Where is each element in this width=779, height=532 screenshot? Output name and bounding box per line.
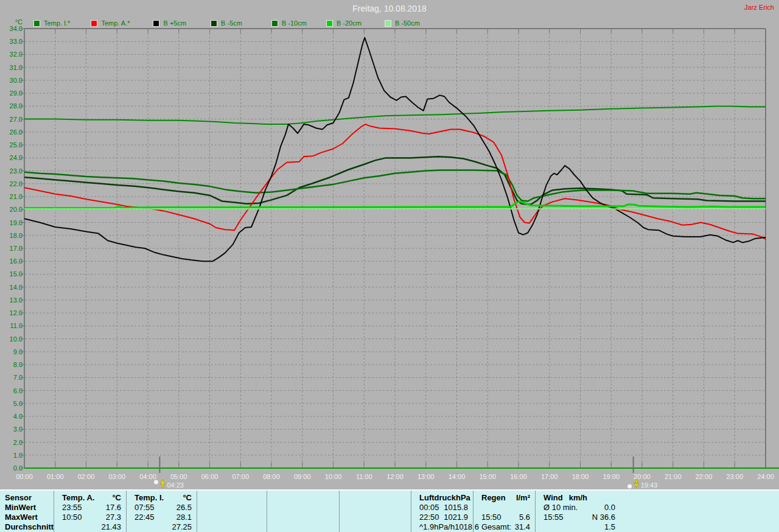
x-tick-label: 11:00 xyxy=(356,473,372,480)
table-section-header: Regenl/m² xyxy=(473,493,535,503)
cell-right: 27.3 xyxy=(82,513,121,522)
y-tick-label: 8.0 xyxy=(13,361,23,368)
table-row: 10:5027.3 xyxy=(54,513,126,522)
table-row: 1.5 xyxy=(536,522,620,532)
y-tick-label: 2.0 xyxy=(13,439,23,446)
y-tick-label: 19.0 xyxy=(10,219,23,226)
cell-right xyxy=(205,513,262,522)
y-tick-label: 13.0 xyxy=(10,296,23,304)
y-tick-label: 0.0 xyxy=(13,464,23,472)
table-row: 15:55N 36.6 xyxy=(536,513,620,522)
table-row xyxy=(267,503,339,513)
table-row xyxy=(340,522,411,532)
x-tick-label: 23:00 xyxy=(726,473,743,480)
cell-right: 1021.9 xyxy=(439,513,468,522)
table-row-labels: SensorMinWertMaxWertDurchschnitt xyxy=(0,491,54,532)
x-tick-label: 01:00 xyxy=(47,473,64,480)
cell-left: Wind xyxy=(543,493,563,503)
table-row: 07:5526.5 xyxy=(127,503,197,513)
table-row: 00:051015.8 xyxy=(411,503,473,513)
table-section-regen: Regenl/m²15:505.6Gesamt:31.4 xyxy=(473,491,535,532)
x-tick-label: 16:00 xyxy=(510,473,527,480)
weather-app-window: Freitag, 10.08.2018 Jarz Erich Temp. I.*… xyxy=(0,0,779,532)
y-tick-label: 4.0 xyxy=(13,413,23,420)
y-tick-label: 27.0 xyxy=(10,116,23,123)
table-row: Gesamt:31.4 xyxy=(473,522,535,532)
x-tick-label: 21:00 xyxy=(665,473,682,480)
y-tick-label: 18.0 xyxy=(10,232,23,239)
cell-right xyxy=(348,513,406,522)
cell-right xyxy=(348,503,406,513)
table-row xyxy=(197,503,267,513)
cell-left: Temp. A. xyxy=(62,493,94,503)
cell-right xyxy=(205,503,262,513)
table-section-header: Temp. A.°C xyxy=(54,493,126,503)
cell-left: Ø 10 min. xyxy=(543,503,578,513)
table-row-label: MinWert xyxy=(0,503,54,513)
cell-left: Temp. I. xyxy=(134,493,164,503)
y-tick-label: 15.0 xyxy=(10,270,23,278)
cell-left: 10:50 xyxy=(62,513,82,522)
x-tick-label: 14:00 xyxy=(449,473,466,480)
x-tick-label: 20:00 xyxy=(634,473,651,480)
cell-right: 28.1 xyxy=(155,513,192,522)
x-tick-label: 06:00 xyxy=(201,473,218,480)
y-tick-label: 30.0 xyxy=(10,77,23,84)
table-section-header: LuftdruckhPa xyxy=(411,493,473,503)
statistics-table: SensorMinWertMaxWertDurchschnitt Temp. A… xyxy=(0,491,779,532)
cell-left: ^1.9hPa/h xyxy=(419,522,455,532)
y-tick-label: 6.0 xyxy=(13,387,23,394)
table-row-label: MaxWert xyxy=(0,513,54,522)
x-tick-label: 24:00 xyxy=(757,473,774,480)
y-tick-label: 34.0 xyxy=(10,25,23,32)
y-tick-label: 33.0 xyxy=(10,38,23,45)
cell-right: °C xyxy=(164,493,192,503)
y-tick-label: 32.0 xyxy=(10,51,23,58)
x-tick-label: 12:00 xyxy=(386,473,403,480)
cell-right: 5.6 xyxy=(501,513,530,522)
cell-right: 0.0 xyxy=(578,503,615,513)
y-tick-label: 28.0 xyxy=(10,102,23,110)
table-row: 22:4528.1 xyxy=(127,513,197,522)
table-row: ^1.9hPa/h1018.6 xyxy=(411,522,473,532)
x-tick-label: 15:00 xyxy=(479,473,496,480)
cell-right xyxy=(205,493,262,503)
x-tick-label: 19:00 xyxy=(603,473,620,480)
table-row xyxy=(197,522,267,532)
y-tick-label: 31.0 xyxy=(10,64,23,71)
cell-left: 00:05 xyxy=(419,503,439,513)
cell-right: 27.25 xyxy=(134,522,192,532)
y-tick-label: 21.0 xyxy=(10,193,23,200)
table-row-label: Sensor xyxy=(0,493,54,503)
x-tick-label: 09:00 xyxy=(294,473,311,480)
cell-right: 17.6 xyxy=(82,503,121,513)
table-row: 27.25 xyxy=(127,522,197,532)
series-line-tempa xyxy=(24,124,766,239)
y-tick-label: 7.0 xyxy=(13,374,23,381)
table-row xyxy=(197,513,267,522)
table-section-header xyxy=(197,493,267,503)
cell-left: 07:55 xyxy=(134,503,155,513)
table-row xyxy=(267,513,339,522)
table-section-empty-2 xyxy=(267,491,339,532)
x-tick-label: 03:00 xyxy=(108,473,125,480)
y-tick-label: 23.0 xyxy=(10,167,23,175)
table-row: Ø 10 min.0.0 xyxy=(536,503,620,513)
cell-left: 15:50 xyxy=(481,513,501,522)
cell-right: km/h xyxy=(563,493,615,503)
cell-right xyxy=(275,513,334,522)
cell-right: N 36.6 xyxy=(564,513,615,522)
cell-right: hPa xyxy=(456,493,470,503)
y-tick-label: 24.0 xyxy=(10,154,23,161)
table-section-temp-a: Temp. A.°C23:5517.610:5027.321.43 xyxy=(54,491,126,532)
cell-left: Luftdruck xyxy=(419,493,456,503)
y-tick-label: 16.0 xyxy=(10,257,23,265)
chart-canvas: °C0.01.02.03.04.05.06.07.08.09.010.011.0… xyxy=(0,0,779,489)
table-row: 15:505.6 xyxy=(473,513,535,522)
x-tick-label: 18:00 xyxy=(572,473,589,480)
table-row: 21.43 xyxy=(54,522,126,532)
x-tick-label: 02:00 xyxy=(78,473,95,480)
y-tick-label: 25.0 xyxy=(10,141,23,149)
sunrise-marker-icon xyxy=(154,480,166,488)
sunrise-marker-time-label: 04:23 xyxy=(167,481,184,489)
